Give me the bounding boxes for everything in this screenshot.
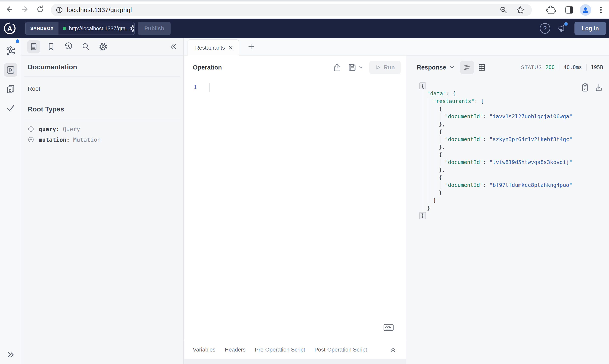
save-operation-icon[interactable] bbox=[348, 63, 357, 72]
json-line: ] bbox=[421, 197, 609, 204]
footer-tab[interactable]: Post-Operation Script bbox=[314, 346, 367, 353]
toolbar-divider bbox=[560, 6, 560, 14]
json-line: "data": { bbox=[421, 90, 609, 97]
tab-restaurants[interactable]: Restaurants bbox=[188, 39, 239, 55]
share-operation-icon[interactable] bbox=[333, 63, 341, 72]
root-type-field[interactable]: mutation: bbox=[39, 136, 70, 143]
json-token: : bbox=[483, 159, 490, 165]
history-icon[interactable] bbox=[62, 40, 75, 53]
json-token: ] bbox=[433, 197, 436, 203]
bookmark-star-icon[interactable] bbox=[516, 5, 525, 14]
json-token: : bbox=[483, 136, 490, 142]
url-text[interactable]: localhost:1337/graphql bbox=[67, 6, 132, 13]
json-token: } bbox=[419, 212, 426, 219]
run-button[interactable]: Run bbox=[369, 61, 401, 74]
side-panel-icon[interactable] bbox=[565, 5, 574, 15]
endpoint-input[interactable]: SANDBOX http://localhost:1337/gra... bbox=[25, 22, 135, 35]
json-token: { bbox=[439, 174, 442, 181]
saved-operations-bookmark-icon[interactable] bbox=[45, 40, 57, 53]
connection-settings-gear-icon[interactable] bbox=[130, 24, 135, 32]
editor-line-number: 1 bbox=[184, 84, 197, 90]
divider bbox=[24, 77, 180, 77]
json-token: { bbox=[439, 152, 442, 158]
collapse-docs-button[interactable] bbox=[169, 43, 177, 51]
json-line: { bbox=[421, 174, 609, 181]
workspace: Documentation Root Root Types query:Quer… bbox=[0, 38, 609, 364]
json-token: "restaurants" bbox=[433, 98, 474, 104]
operation-panel: Operation bbox=[184, 55, 406, 364]
apollo-logo[interactable]: A bbox=[4, 22, 16, 35]
json-token: { bbox=[439, 129, 442, 135]
rail-checks-icon[interactable] bbox=[4, 101, 17, 115]
json-token: : bbox=[483, 182, 490, 188]
run-label: Run bbox=[384, 64, 395, 71]
login-button[interactable]: Log in bbox=[574, 22, 606, 35]
root-type-name[interactable]: Mutation bbox=[73, 136, 101, 143]
json-token: "lviw819d5htwvga8s3kovdij" bbox=[490, 159, 572, 165]
expand-circle-plus-icon[interactable] bbox=[28, 136, 34, 143]
browser-back-button[interactable] bbox=[5, 5, 14, 14]
json-code: {"data": {"restaurants": [{"documentId":… bbox=[421, 82, 609, 220]
save-menu-chevron-icon[interactable] bbox=[358, 65, 363, 70]
response-menu-chevron-icon[interactable] bbox=[449, 65, 455, 70]
explorer-settings-gear-icon[interactable] bbox=[97, 40, 110, 53]
tab-close-icon[interactable] bbox=[228, 45, 233, 51]
publish-button[interactable]: Publish bbox=[138, 22, 170, 35]
documentation-tab-icon[interactable] bbox=[27, 40, 40, 53]
json-token: { bbox=[439, 106, 442, 112]
keyboard-shortcuts-icon[interactable] bbox=[383, 324, 394, 331]
browser-menu-icon[interactable] bbox=[597, 6, 605, 14]
browser-reload-button[interactable] bbox=[36, 5, 45, 14]
root-type-row[interactable]: mutation:Mutation bbox=[28, 134, 177, 145]
expand-rail-button[interactable] bbox=[0, 351, 21, 359]
search-icon[interactable] bbox=[79, 40, 92, 53]
pretty-print-view-icon[interactable] bbox=[460, 61, 474, 74]
announcements-button[interactable] bbox=[557, 24, 567, 33]
site-info-icon[interactable] bbox=[55, 6, 64, 14]
root-type-name[interactable]: Query bbox=[63, 126, 80, 132]
notification-dot bbox=[563, 21, 569, 26]
footer-tab[interactable]: Headers bbox=[225, 346, 245, 353]
json-token: "documentId" bbox=[445, 136, 483, 142]
json-line: "restaurants": [ bbox=[421, 97, 609, 105]
play-icon bbox=[375, 65, 381, 70]
rail-explorer-icon[interactable] bbox=[4, 63, 17, 77]
json-token: } bbox=[427, 205, 430, 211]
doc-root-breadcrumb[interactable]: Root bbox=[28, 85, 177, 92]
left-rail bbox=[0, 38, 21, 364]
operation-footer: VariablesHeadersPre-Operation ScriptPost… bbox=[184, 340, 406, 359]
expand-circle-plus-icon[interactable] bbox=[28, 126, 34, 132]
json-token: "documentId" bbox=[445, 113, 483, 119]
footer-tab[interactable]: Variables bbox=[193, 346, 215, 353]
root-type-field[interactable]: query: bbox=[39, 126, 60, 132]
browser-forward-button[interactable] bbox=[20, 5, 30, 14]
json-line: } bbox=[421, 189, 609, 197]
json-token: : { bbox=[446, 91, 455, 97]
table-view-icon[interactable] bbox=[475, 61, 489, 74]
root-type-row[interactable]: query:Query bbox=[28, 124, 177, 134]
status-code: 200 bbox=[545, 65, 555, 70]
plus-icon bbox=[247, 43, 255, 50]
rail-diff-icon[interactable] bbox=[4, 82, 17, 96]
collapse-footer-button[interactable] bbox=[390, 346, 396, 353]
browser-profile-avatar[interactable] bbox=[580, 4, 591, 16]
rail-schema-icon[interactable] bbox=[4, 44, 17, 58]
footer-tab[interactable]: Pre-Operation Script bbox=[255, 346, 305, 353]
address-bar[interactable]: localhost:1337/graphql bbox=[51, 4, 532, 16]
json-token: { bbox=[419, 82, 426, 90]
operation-editor[interactable]: 1 bbox=[184, 79, 406, 340]
tab-label: Restaurants bbox=[195, 44, 225, 51]
sandbox-badge: SANDBOX bbox=[26, 22, 58, 35]
add-tab-button[interactable] bbox=[247, 43, 255, 50]
endpoint-url-text[interactable]: http://localhost:1337/gra... bbox=[69, 26, 130, 32]
documentation-panel: Documentation Root Root Types query:Quer… bbox=[21, 38, 184, 364]
divider bbox=[24, 119, 180, 119]
documentation-toolbar bbox=[21, 38, 183, 55]
zoom-out-icon[interactable] bbox=[499, 6, 508, 14]
help-button[interactable]: ? bbox=[540, 23, 550, 34]
operation-title: Operation bbox=[193, 64, 222, 71]
response-panel: Response STATUS 200 40.0ms bbox=[406, 55, 609, 364]
response-json-view[interactable]: {"data": {"restaurants": [{"documentId":… bbox=[406, 79, 609, 364]
extensions-icon[interactable] bbox=[546, 5, 556, 15]
operation-tabbar: Restaurants bbox=[184, 38, 609, 55]
